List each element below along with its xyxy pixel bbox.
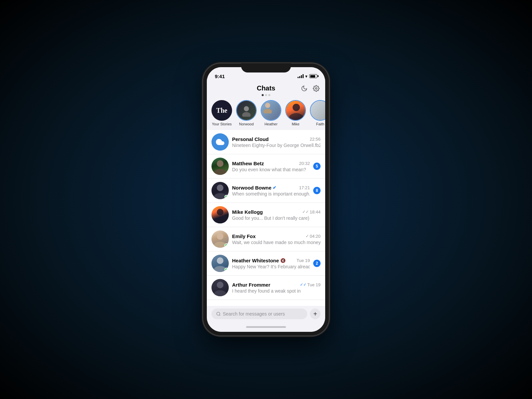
page-title: Chats xyxy=(257,84,275,92)
chat-preview-arthur: I heard they found a weak spot in xyxy=(232,288,321,294)
svg-point-0 xyxy=(316,87,317,89)
svg-point-6 xyxy=(289,113,304,121)
chat-top-heather: Heather Whitestone 🔇 Tue 19 xyxy=(232,258,310,263)
phone-screen: 9:41 ▾ Chats xyxy=(207,67,325,332)
svg-point-20 xyxy=(217,312,220,315)
double-check-icon-arthur: ✓✓ xyxy=(300,282,307,287)
chat-item-matthew-betz[interactable]: Matthew Betz 20:32 Do you even know what… xyxy=(207,154,325,179)
unread-badge-matthew: 5 xyxy=(313,163,321,170)
story-norwood[interactable]: Norwood xyxy=(236,100,257,126)
svg-line-21 xyxy=(219,315,220,316)
chat-item-norwood[interactable]: Norwood Bowne ✔ 17:21 When something is … xyxy=(207,179,325,203)
svg-point-3 xyxy=(265,103,270,108)
search-bar: Search for messages or users + xyxy=(207,306,325,322)
norwood-bowne-avatar xyxy=(211,182,229,199)
settings-icon[interactable] xyxy=(313,85,320,92)
chat-preview-mike: Good for you... But I don't really care) xyxy=(232,215,321,221)
verified-badge-norwood: ✔ xyxy=(273,185,276,190)
faith-story-avatar xyxy=(310,100,325,121)
svg-point-1 xyxy=(244,106,249,111)
story-faith[interactable]: Faith xyxy=(310,100,325,126)
new-chat-button[interactable]: + xyxy=(310,309,321,319)
chat-item-personal-cloud[interactable]: Personal Cloud 22:56 Nineteen Eighty-Fou… xyxy=(207,130,325,154)
home-bar xyxy=(246,326,286,328)
chat-content-matthew: Matthew Betz 20:32 Do you even know what… xyxy=(232,161,310,172)
chat-top-emily: Emily Fox ✓ 04:20 xyxy=(232,233,321,239)
emily-online-dot xyxy=(224,243,228,247)
personal-cloud-avatar xyxy=(211,133,229,151)
dot-inactive-2 xyxy=(268,94,270,96)
mike-story-avatar xyxy=(285,100,306,121)
story-your-stories[interactable]: The Your Stories xyxy=(211,100,232,126)
heather-whitestone-avatar xyxy=(211,255,229,272)
status-icons: ▾ xyxy=(298,74,317,79)
unread-badge-norwood: 8 xyxy=(313,187,321,194)
phone-frame: 9:41 ▾ Chats xyxy=(203,63,329,336)
power-button[interactable] xyxy=(329,116,331,136)
header-actions xyxy=(301,85,320,92)
svg-point-4 xyxy=(263,109,272,113)
chat-name-matthew: Matthew Betz xyxy=(232,161,264,166)
norwood-story-label: Norwood xyxy=(239,122,254,126)
status-time: 9:41 xyxy=(215,73,225,79)
chat-time-emily: 04:20 xyxy=(310,234,321,239)
chat-top-mike: Mike Kellogg ✓✓ 18:44 xyxy=(232,209,321,215)
chat-item-heather-whitestone[interactable]: Heather Whitestone 🔇 Tue 19 Happy New Ye… xyxy=(207,251,325,276)
unread-badge-heather: 2 xyxy=(313,260,321,267)
chat-item-emily-fox[interactable]: Emily Fox ✓ 04:20 Wait, we could have ma… xyxy=(207,227,325,251)
chat-name-mike: Mike Kellogg xyxy=(232,209,263,215)
chat-preview-norwood: When something is important enough, you … xyxy=(232,191,310,197)
battery-icon xyxy=(309,74,317,78)
chat-time-arthur: Tue 19 xyxy=(307,282,321,287)
faith-story-label: Faith xyxy=(316,122,324,126)
your-stories-label: Your Stories xyxy=(212,122,232,126)
chat-content-heather: Heather Whitestone 🔇 Tue 19 Happy New Ye… xyxy=(232,258,310,269)
chat-content-arthur: Arthur Frommer ✓✓ Tue 19 I heard they fo… xyxy=(232,282,321,294)
svg-point-5 xyxy=(293,104,300,111)
arthur-frommer-avatar xyxy=(211,279,229,296)
svg-point-10 xyxy=(217,185,223,191)
chat-time-mike: 18:44 xyxy=(310,209,321,214)
chat-name-arthur: Arthur Frommer xyxy=(232,282,270,288)
chat-content-mike: Mike Kellogg ✓✓ 18:44 Good for you... Bu… xyxy=(232,209,321,221)
norwood-online-dot xyxy=(224,195,228,199)
phone-device: 9:41 ▾ Chats xyxy=(203,63,329,336)
stories-row: The Your Stories Norwood xyxy=(207,98,325,130)
notch xyxy=(241,63,291,72)
your-stories-logo: The xyxy=(212,101,231,120)
chat-item-arthur-frommer[interactable]: Arthur Frommer ✓✓ Tue 19 I heard they fo… xyxy=(207,276,325,300)
svg-point-9 xyxy=(213,169,227,175)
home-indicator xyxy=(207,322,325,332)
search-input-wrapper[interactable]: Search for messages or users xyxy=(211,309,307,319)
svg-point-14 xyxy=(217,233,223,240)
story-mike[interactable]: Mike xyxy=(285,100,306,126)
mike-kellogg-avatar xyxy=(211,206,229,223)
chat-name-heather: Heather Whitestone 🔇 xyxy=(232,258,286,263)
chat-name-personal-cloud: Personal Cloud xyxy=(232,136,269,142)
dot-active xyxy=(262,94,264,96)
signal-icon xyxy=(298,74,304,78)
search-placeholder: Search for messages or users xyxy=(223,311,285,317)
chat-preview-matthew: Do you even know what that mean? xyxy=(232,167,310,172)
chat-time-matthew: 20:32 xyxy=(299,161,310,166)
heather-online-dot xyxy=(224,268,228,272)
chat-list: Personal Cloud 22:56 Nineteen Eighty-Fou… xyxy=(207,130,325,306)
svg-point-8 xyxy=(217,160,223,167)
chat-item-mike-kellogg[interactable]: Mike Kellogg ✓✓ 18:44 Good for you... Bu… xyxy=(207,203,325,227)
chat-name-norwood: Norwood Bowne ✔ xyxy=(232,185,276,191)
single-check-icon-emily: ✓ xyxy=(306,234,309,238)
svg-point-13 xyxy=(213,217,227,223)
double-check-icon-mike: ✓✓ xyxy=(302,209,309,214)
story-heather[interactable]: Heather xyxy=(261,100,281,126)
chat-preview-heather: Happy New Year? It's February already xyxy=(232,264,310,269)
chat-top-arthur: Arthur Frommer ✓✓ Tue 19 xyxy=(232,282,321,288)
svg-point-19 xyxy=(213,290,227,296)
chat-name-emily: Emily Fox xyxy=(232,233,256,239)
emily-fox-avatar xyxy=(211,230,229,248)
chat-content-emily: Emily Fox ✓ 04:20 Wait, we could have ma… xyxy=(232,233,321,245)
moon-icon[interactable] xyxy=(301,85,308,92)
muted-icon-heather: 🔇 xyxy=(280,258,286,263)
chat-time-norwood: 17:21 xyxy=(299,185,310,190)
chat-preview-emily: Wait, we could have made so much money o… xyxy=(232,240,321,245)
chat-time-personal-cloud: 22:56 xyxy=(310,137,321,142)
